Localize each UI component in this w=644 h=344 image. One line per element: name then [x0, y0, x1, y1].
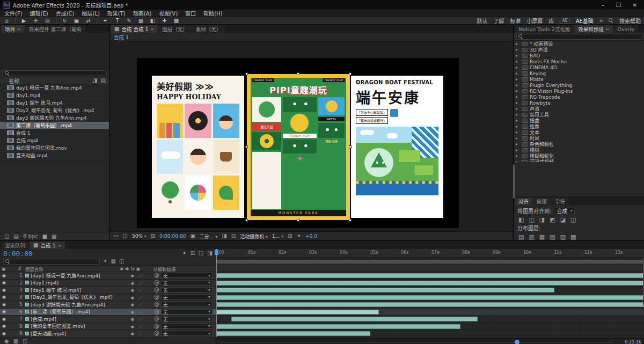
layer-visibility-icon[interactable]: ◉	[0, 324, 16, 328]
effects-category-row[interactable]: ▸ 沉浸式视频	[514, 159, 644, 162]
menu-item[interactable]: 视图(V)	[159, 9, 178, 17]
selection-handle[interactable]	[349, 145, 352, 148]
timeline-layer-row[interactable]: ◉ 3 [day1 端午 练习.mp4] ● ／ @ 无▾	[0, 287, 216, 294]
expand-arrow-icon[interactable]: ▸	[516, 65, 519, 70]
layer-switches[interactable]: ● ／	[121, 280, 154, 286]
effects-category-row[interactable]: ▸ RG Trapcode	[514, 94, 644, 100]
pickwhip-icon[interactable]: @	[154, 287, 159, 292]
camera-tool-icon[interactable]: ▣	[73, 18, 80, 24]
timeline-layer-row[interactable]: ◉ 1 [day1 畅玩一夏 九鱼Ann.mp4] ● ／ @ 无▾	[0, 272, 216, 280]
layer-visibility-icon[interactable]: ◉	[0, 273, 16, 278]
tab-overlord[interactable]: Overlo	[613, 25, 638, 33]
workspace-tab-active[interactable]: AE基础	[576, 17, 594, 25]
layer-label-color[interactable]	[25, 332, 29, 335]
expand-switches-icon[interactable]: ◉	[4, 339, 9, 344]
workspace-tab[interactable]: 库	[548, 17, 554, 25]
expand-transfer-icon[interactable]: ▦	[13, 339, 18, 344]
zoom-tool-icon[interactable]: ◎	[44, 18, 51, 24]
effects-category-row[interactable]: ▸ Matte	[514, 76, 644, 82]
timeline-layer-row[interactable]: ◉ 4 [Day2_端午恐龙_葡萄《优秀》.mp4] ● ／ @ 无▾	[0, 294, 216, 302]
layer-duration-bar[interactable]	[216, 310, 379, 314]
shy-layers-icon[interactable]: ◫	[199, 251, 203, 256]
workspace-tab[interactable]: 小屏幕	[526, 17, 543, 25]
layer-switches[interactable]: ● ／	[121, 287, 154, 292]
expand-arrow-icon[interactable]: ▸	[516, 112, 519, 117]
selection-handle[interactable]	[245, 219, 248, 222]
align-tab[interactable]: 对齐	[515, 197, 532, 205]
interpret-footage-icon[interactable]: ◫	[4, 234, 9, 239]
timeline-layer-row[interactable]: ◉ 9 [夏天动画.mp4] ● ／ @ 无▾	[0, 330, 216, 338]
work-area-bar[interactable]	[216, 258, 644, 265]
layer-name[interactable]: [我的童年回忆图鉴.mov]	[31, 323, 121, 330]
grid-options-icon[interactable]: ⊞	[151, 233, 155, 239]
layer-visibility-icon[interactable]: ◉	[0, 309, 16, 314]
distribute-button-icon[interactable]: ▩	[570, 234, 576, 240]
expand-arrow-icon[interactable]: ▸	[516, 136, 519, 141]
distribute-button-icon[interactable]: ▧	[550, 234, 555, 240]
project-item-row[interactable]: 合成.mp4	[0, 137, 109, 144]
monitor-icon[interactable]: ▭	[113, 233, 118, 239]
layer-duration-bar[interactable]	[216, 273, 644, 278]
workspace-tab[interactable]: 默认	[477, 17, 487, 25]
expand-arrow-icon[interactable]: ▸	[516, 83, 519, 87]
project-search-input[interactable]	[3, 70, 106, 76]
layer-name[interactable]: [day1 端午 练习.mp4]	[31, 287, 121, 294]
menu-item[interactable]: 合成(C)	[56, 9, 75, 17]
channels-icon[interactable]: ◫	[122, 233, 127, 239]
layer-duration-bar[interactable]	[231, 317, 478, 321]
current-time-display[interactable]: 0:00:00	[3, 250, 33, 258]
layer-duration-bar[interactable]	[216, 288, 554, 292]
parent-select[interactable]: 无▾	[161, 302, 213, 307]
parent-select[interactable]: 无▾	[161, 324, 213, 329]
distribute-button-icon[interactable]: ▥	[529, 234, 534, 240]
close-icon[interactable]: ✕	[633, 2, 637, 8]
pickwhip-icon[interactable]: @	[154, 309, 159, 314]
composition-canvas[interactable]: 美好假期 ≫≫ HAPPY HOLIDAY TRENDY PLAY TRENDY…	[137, 58, 459, 228]
timeline-layer-row[interactable]: ◉ 8 [我的童年回忆图鉴.mov] ● ／ @ 无▾	[0, 323, 216, 331]
playhead-handle[interactable]	[215, 250, 218, 255]
layer-switches[interactable]: ● ／	[121, 309, 154, 314]
layer-name[interactable]: [Day2_端午恐龙_葡萄《优秀》.mp4]	[31, 294, 121, 301]
tab-effect-controls[interactable]: 效果控件 第二课（葡萄	[25, 25, 85, 33]
tab-footage[interactable]: 素材（无）	[192, 25, 225, 33]
layer-duration-bar[interactable]	[216, 281, 644, 286]
tab-project[interactable]: 项目≡	[1, 25, 25, 33]
pan-behind-tool-icon[interactable]: ⇄	[85, 18, 92, 24]
brush-tool-icon[interactable]: ✎	[126, 18, 133, 24]
timeline-search-input[interactable]	[3, 259, 100, 265]
roto-brush-tool-icon[interactable]: ✚	[161, 18, 168, 24]
selection-handle[interactable]	[297, 72, 299, 75]
align-button-icon[interactable]: ◨	[539, 217, 545, 223]
minimize-icon[interactable]: –	[602, 2, 604, 8]
layer-name[interactable]: [合成.mp4]	[31, 316, 121, 323]
eraser-tool-icon[interactable]: ◧	[149, 18, 156, 24]
layer-name[interactable]: [day1.mp4]	[31, 280, 121, 286]
tab-render-queue[interactable]: 渲染队列	[1, 241, 29, 249]
menu-item[interactable]: 窗口	[185, 9, 196, 17]
layer-switches[interactable]: ● ／	[121, 273, 154, 278]
timeline-layer-row[interactable]: ◉ 7 [合成.mp4] ● ／ @ 无▾	[0, 316, 216, 323]
search-help-label[interactable]: 搜索帮助	[619, 17, 641, 25]
draft-3d-icon[interactable]: ⊞	[191, 251, 195, 256]
camera-view-select[interactable]: 活动摄像机 ▾	[240, 233, 268, 240]
effects-category-row[interactable]: ▸ 3D 声道	[514, 47, 644, 53]
selection-handle[interactable]	[349, 72, 352, 75]
text-tool-icon[interactable]: T	[114, 18, 121, 24]
project-item-row[interactable]: day1 畅玩一夏 九鱼Ann.mp4	[0, 84, 109, 92]
layer-switches[interactable]: ● ／	[121, 295, 154, 300]
layer-duration-bar[interactable]	[216, 324, 460, 329]
layer-name[interactable]: [day1 畅玩一夏 九鱼Ann.mp4]	[31, 272, 121, 279]
distribute-button-icon[interactable]: ▦	[539, 234, 545, 240]
tab-motion-tools[interactable]: Motion Tools 2汉化版	[515, 25, 574, 33]
viewer-timecode[interactable]: 0:00:00:00	[159, 233, 186, 239]
layer-visibility-icon[interactable]: ◉	[0, 331, 16, 336]
workspace-overflow-icon[interactable]: »	[599, 18, 603, 24]
selection-handle[interactable]	[245, 145, 248, 148]
layer-label-color[interactable]	[25, 281, 29, 284]
layer-visibility-icon[interactable]: ◉	[0, 280, 16, 285]
expand-arrow-icon[interactable]: ▸	[516, 89, 519, 93]
layer-visibility-icon[interactable]: ◉	[0, 317, 16, 321]
layer-duration-bar[interactable]	[216, 295, 644, 300]
expand-inout-icon[interactable]: ◫	[23, 339, 27, 344]
align-button-icon[interactable]: ◩	[550, 217, 555, 223]
